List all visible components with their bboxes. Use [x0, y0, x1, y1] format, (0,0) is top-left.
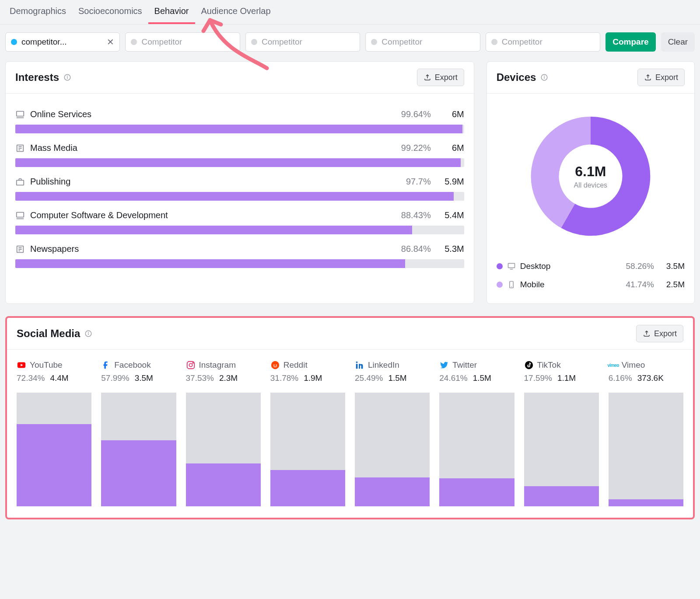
clear-button[interactable]: Clear	[661, 32, 695, 52]
social-media-card: Social Media Export YouTube72.34%4.4MFac…	[5, 316, 695, 519]
social-title: Social Media	[17, 327, 80, 340]
social-platform-twitter: Twitter24.61%1.5M	[439, 353, 514, 506]
interest-bar	[15, 158, 464, 167]
svg-rect-9	[17, 180, 24, 185]
export-label: Export	[655, 73, 678, 82]
platform-value: 3.5M	[135, 373, 153, 383]
export-social-button[interactable]: Export	[636, 325, 683, 342]
interest-value: 6M	[436, 109, 464, 119]
interest-bar	[15, 226, 464, 234]
platform-bar	[524, 393, 599, 506]
devices-title: Devices	[497, 71, 536, 84]
platform-name: LinkedIn	[368, 360, 399, 370]
tab-socioeconomics[interactable]: Socioeconomics	[72, 0, 148, 24]
info-icon[interactable]	[540, 73, 548, 81]
category-icon	[15, 177, 25, 187]
platform-bar	[101, 393, 176, 506]
svg-point-35	[525, 361, 532, 369]
interest-row: Online Services99.64%6M	[15, 109, 464, 133]
clear-competitor-icon[interactable]: ✕	[107, 37, 114, 47]
social-platform-reddit: Reddit31.78%1.9M	[270, 353, 345, 506]
device-percent: 58.26%	[610, 261, 654, 271]
platform-name: Instagram	[199, 360, 236, 370]
competitor-input-2[interactable]: Competitor	[125, 32, 240, 52]
interest-name: Computer Software & Development	[30, 210, 378, 220]
category-icon	[15, 143, 25, 153]
interest-percent: 86.84%	[383, 244, 431, 254]
social-platform-tiktok: TikTok17.59%1.1M	[524, 353, 599, 506]
export-label: Export	[654, 329, 677, 338]
platform-value: 2.3M	[219, 373, 238, 383]
tab-demographics[interactable]: Demographics	[4, 0, 72, 24]
interest-bar	[15, 259, 464, 268]
svg-rect-3	[17, 111, 24, 116]
platform-percent: 17.59%	[524, 373, 552, 383]
export-interests-button[interactable]: Export	[417, 69, 464, 86]
social-platform-vimeo: vimeoVimeo6.16%373.6K	[609, 353, 683, 506]
legend-swatch	[497, 282, 503, 288]
interest-value: 5.4M	[436, 210, 464, 220]
interest-row: Newspapers86.84%5.3M	[15, 244, 464, 268]
tab-behavior[interactable]: Behavior	[148, 0, 195, 24]
competitor-dot-icon	[371, 39, 377, 45]
svg-point-29	[192, 362, 193, 363]
social-platform-linkedin: LinkedIn25.49%1.5M	[355, 353, 430, 506]
instagram-icon	[186, 360, 196, 370]
platform-value: 373.6K	[637, 373, 664, 383]
interest-value: 5.9M	[436, 177, 464, 187]
export-devices-button[interactable]: Export	[637, 69, 685, 86]
competitor-1-label: competitor...	[21, 37, 67, 47]
platform-bar	[355, 393, 430, 506]
platform-percent: 72.34%	[17, 373, 45, 383]
interest-row: Computer Software & Development88.43%5.4…	[15, 210, 464, 234]
category-icon	[15, 244, 25, 254]
competitor-placeholder: Competitor	[141, 37, 182, 47]
svg-point-30	[271, 361, 279, 369]
platform-name: TikTok	[537, 360, 561, 370]
devices-card: Devices Export 6.1M All devices Desktop5…	[486, 61, 695, 304]
competitor-input-5[interactable]: Competitor	[486, 32, 600, 52]
interests-card: Interests Export Online Services99.64%6M…	[5, 61, 474, 304]
platform-percent: 6.16%	[609, 373, 632, 383]
competitor-dot-icon	[11, 39, 17, 45]
interest-value: 6M	[436, 143, 464, 153]
info-icon[interactable]	[84, 330, 92, 338]
platform-name: Reddit	[284, 360, 308, 370]
tabs-nav: DemographicsSocioeconomicsBehaviorAudien…	[0, 0, 700, 24]
interest-row: Publishing97.7%5.9M	[15, 177, 464, 201]
tab-audience-overlap[interactable]: Audience Overlap	[195, 0, 277, 24]
interest-name: Mass Media	[30, 143, 378, 153]
twitter-icon	[439, 360, 449, 370]
compare-button[interactable]: Compare	[606, 32, 655, 52]
platform-value: 1.5M	[473, 373, 491, 383]
legend-swatch	[497, 263, 503, 269]
platform-name: Facebook	[114, 360, 150, 370]
competitor-dot-icon	[491, 39, 497, 45]
category-icon	[15, 211, 25, 220]
interest-name: Online Services	[30, 109, 378, 119]
reddit-icon	[270, 360, 280, 370]
interest-percent: 99.64%	[383, 109, 431, 119]
svg-rect-10	[17, 212, 24, 217]
platform-bar	[439, 393, 514, 506]
competitor-controls: competitor... ✕ Competitor Competitor Co…	[0, 24, 700, 61]
interest-name: Newspapers	[30, 244, 378, 254]
platform-name: Twitter	[452, 360, 477, 370]
platform-name: Vimeo	[622, 360, 645, 370]
linkedin-icon	[355, 360, 364, 370]
interest-row: Mass Media99.22%6M	[15, 143, 464, 167]
platform-bar	[17, 393, 91, 506]
interest-name: Publishing	[30, 177, 378, 187]
competitor-input-3[interactable]: Competitor	[245, 32, 360, 52]
competitor-dot-icon	[251, 39, 257, 45]
competitor-placeholder: Competitor	[382, 37, 422, 47]
competitor-input-4[interactable]: Competitor	[365, 32, 480, 52]
mobile-icon	[507, 280, 516, 289]
device-name: Mobile	[520, 280, 606, 289]
platform-value: 1.9M	[304, 373, 322, 383]
info-icon[interactable]	[63, 73, 71, 81]
competitor-placeholder: Competitor	[262, 37, 302, 47]
device-percent: 41.74%	[610, 280, 654, 289]
devices-total: 6.1M	[574, 164, 607, 180]
competitor-input-1[interactable]: competitor... ✕	[5, 32, 120, 52]
